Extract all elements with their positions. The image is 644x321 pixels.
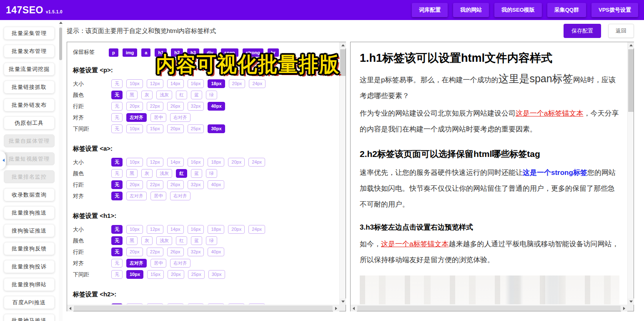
option-chip[interactable]: 居中	[150, 192, 166, 200]
option-chip[interactable]: 14px	[167, 158, 184, 167]
option-chip[interactable]: 黑	[126, 236, 138, 245]
scroll-up-icon[interactable]	[628, 42, 634, 48]
sidebar-item[interactable]: 批量发布管理	[4, 45, 55, 58]
option-chip[interactable]: 无	[111, 192, 123, 200]
option-chip[interactable]: 26px	[167, 102, 184, 111]
option-chip[interactable]: 40px	[208, 102, 225, 111]
option-chip[interactable]: 无	[111, 113, 123, 122]
sidebar-item[interactable]: 批量链接抓取	[4, 81, 55, 94]
option-chip[interactable]: 无	[111, 248, 123, 256]
sidebar-item[interactable]: 百度API推送	[4, 296, 55, 309]
option-chip[interactable]: 无	[111, 303, 123, 304]
option-chip[interactable]: 18px	[208, 303, 224, 304]
keep-tag-chip[interactable]: img	[123, 48, 138, 57]
option-chip[interactable]: 26px	[167, 248, 184, 256]
sidebar-item[interactable]: 批量搜狗投诉	[4, 260, 55, 273]
option-chip[interactable]: 蓝	[191, 169, 202, 178]
option-chip[interactable]: 10px	[126, 303, 143, 304]
option-chip[interactable]: 无	[111, 124, 123, 133]
option-chip[interactable]: 26px	[167, 180, 184, 189]
scrollbar-thumb[interactable]	[74, 306, 333, 311]
sidebar-item[interactable]: 批量采集管理	[4, 27, 55, 40]
option-chip[interactable]: 20px	[167, 124, 184, 133]
option-chip[interactable]: 浅灰	[156, 91, 172, 99]
topnav-item[interactable]: 我的网站	[453, 3, 489, 17]
scrollbar-thumb[interactable]	[340, 49, 346, 76]
option-chip[interactable]: 30px	[208, 124, 225, 133]
sidebar-item[interactable]: 批量流量词挖掘	[4, 63, 55, 76]
option-chip[interactable]: 右对齐	[170, 192, 190, 200]
option-chip[interactable]: 10px	[126, 79, 143, 88]
option-chip[interactable]: 14px	[167, 79, 184, 88]
option-chip[interactable]: 10px	[126, 124, 143, 133]
option-chip[interactable]: 12px	[147, 225, 163, 234]
option-chip[interactable]: 25px	[188, 270, 205, 279]
option-chip[interactable]: 14px	[167, 303, 184, 304]
sidebar-scrollbar[interactable]	[59, 21, 63, 321]
option-chip[interactable]: 16px	[188, 79, 204, 88]
sidebar-item[interactable]: 批量搜狗反馈	[4, 242, 55, 255]
scroll-up-icon[interactable]	[59, 22, 63, 26]
option-chip[interactable]: 左对齐	[126, 192, 147, 200]
option-chip[interactable]: 32px	[188, 180, 204, 189]
option-chip[interactable]: 20px	[229, 79, 246, 88]
option-chip[interactable]: 绿	[206, 236, 217, 245]
scroll-left-icon[interactable]	[67, 305, 73, 311]
option-chip[interactable]: 20px	[168, 270, 184, 279]
back-button[interactable]: 返回	[608, 24, 634, 38]
option-chip[interactable]: 右对齐	[170, 259, 190, 268]
scroll-down-icon[interactable]	[340, 298, 346, 305]
option-chip[interactable]: 18px	[208, 79, 225, 88]
option-chip[interactable]: 无	[111, 79, 123, 88]
option-chip[interactable]: 10px	[126, 270, 143, 279]
option-chip[interactable]: 20px	[126, 102, 143, 111]
sidebar-item[interactable]: 批量神马推送	[4, 314, 55, 321]
option-chip[interactable]: 浅灰	[156, 169, 172, 178]
sidebar-item[interactable]: 收录数据查询	[4, 188, 55, 201]
option-chip[interactable]: 10px	[126, 225, 143, 234]
option-chip[interactable]: 绿	[206, 91, 217, 99]
sidebar-item[interactable]: 搜狗验证推送	[4, 224, 55, 237]
option-chip[interactable]: 蓝	[191, 236, 202, 245]
option-chip[interactable]: 20px	[228, 225, 245, 234]
option-chip[interactable]: 16px	[188, 225, 204, 234]
option-chip[interactable]: 灰	[141, 169, 153, 178]
scroll-up-icon[interactable]	[340, 42, 346, 48]
option-chip[interactable]: 14px	[167, 225, 184, 234]
option-chip[interactable]: 蓝	[191, 91, 202, 99]
option-chip[interactable]: 红	[176, 236, 187, 245]
option-chip[interactable]: 浅灰	[156, 236, 172, 245]
option-chip[interactable]: 绿	[206, 169, 217, 178]
option-chip[interactable]: 红	[176, 169, 187, 178]
editor-horizontal-scrollbar[interactable]	[67, 305, 339, 311]
topnav-item[interactable]: 我的SEO模版	[494, 3, 541, 17]
option-chip[interactable]: 无	[111, 169, 123, 178]
option-chip[interactable]: 无	[111, 236, 123, 245]
option-chip[interactable]: 24px	[248, 225, 265, 234]
option-chip[interactable]: 灰	[141, 236, 153, 245]
option-chip[interactable]: 32px	[188, 102, 204, 111]
scroll-right-icon[interactable]	[621, 305, 627, 311]
topnav-item[interactable]: 采集QQ群	[547, 3, 586, 17]
option-chip[interactable]: 30px	[208, 270, 225, 279]
sidebar-item[interactable]: 批量搜狗绑站	[4, 278, 55, 291]
sidebar-item[interactable]: 批量搜狗推送	[4, 206, 55, 219]
preview-horizontal-scrollbar[interactable]	[351, 305, 627, 311]
save-config-button[interactable]: 保存配置	[564, 24, 601, 38]
option-chip[interactable]: 16px	[188, 303, 204, 304]
option-chip[interactable]: 左对齐	[126, 113, 147, 122]
option-chip[interactable]: 15px	[147, 124, 163, 133]
topnav-item[interactable]: VPS拨号设置	[591, 3, 638, 17]
option-chip[interactable]: 20px	[126, 180, 143, 189]
option-chip[interactable]: 无	[111, 180, 123, 189]
option-chip[interactable]: 左对齐	[126, 259, 147, 268]
option-chip[interactable]: 黑	[126, 169, 138, 178]
option-chip[interactable]: 无	[111, 158, 123, 167]
option-chip[interactable]: 无	[111, 91, 123, 99]
keep-tag-chip[interactable]: a	[141, 48, 150, 57]
scrollbar-thumb[interactable]	[628, 49, 634, 112]
option-chip[interactable]: 25px	[188, 124, 204, 133]
option-chip[interactable]: 20px	[228, 303, 245, 304]
option-chip[interactable]: 12px	[147, 303, 163, 304]
option-chip[interactable]: 18px	[208, 158, 224, 167]
